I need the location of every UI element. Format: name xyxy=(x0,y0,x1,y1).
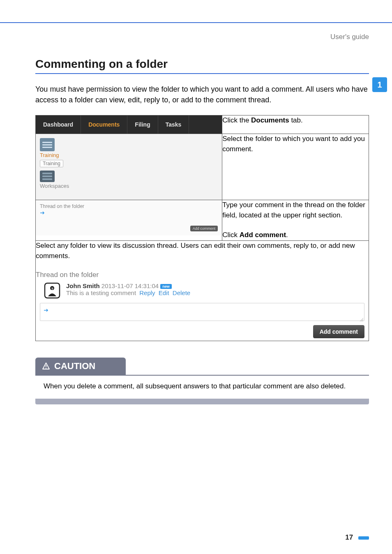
page-header-label: User's guide xyxy=(0,23,392,41)
folder-tree-screenshot: Training Training Workspaces xyxy=(36,134,222,200)
svg-point-7 xyxy=(46,368,46,369)
caution-box: CAUTION When you delete a comment, all s… xyxy=(35,358,369,404)
page-number: 17 xyxy=(345,533,369,542)
reply-arrow-icon xyxy=(44,307,49,311)
workspaces-label[interactable]: Workspaces xyxy=(40,183,218,189)
caution-body: When you delete a comment, all subsequen… xyxy=(35,375,369,399)
page-top-bar xyxy=(0,0,392,23)
section-intro: You must have permission to view the fol… xyxy=(35,84,369,105)
row2-instruction: Select the folder to which you want to a… xyxy=(222,135,365,153)
page-number-chip xyxy=(358,536,369,540)
comment-action-reply[interactable]: Reply xyxy=(139,289,155,296)
add-comment-button-small[interactable]: Add comment xyxy=(190,226,218,231)
comment-input[interactable] xyxy=(40,303,364,321)
row4-intro: Select any folder to view its discussion… xyxy=(36,241,369,261)
comment-timestamp: 2013-11-07 14:31:04 xyxy=(101,282,159,289)
tab-tasks[interactable]: Tasks xyxy=(158,115,189,134)
warning-icon xyxy=(42,362,50,370)
thread-panel-small: Thread on the folder Add comment xyxy=(36,200,222,235)
folder-chip-training[interactable]: Training xyxy=(40,160,63,167)
tab-filing[interactable]: Filing xyxy=(127,115,158,134)
section-title: Commenting on a folder xyxy=(35,58,369,74)
thread-label-small: Thread on the folder xyxy=(40,203,218,209)
chapter-number: 1 xyxy=(377,80,382,90)
folder-icon xyxy=(40,138,55,151)
chapter-indicator: 1 xyxy=(372,77,387,92)
tab-dashboard[interactable]: Dashboard xyxy=(36,115,81,134)
tab-documents[interactable]: Documents xyxy=(81,115,127,134)
comment-action-edit[interactable]: Edit xyxy=(159,289,169,296)
reply-arrow-icon xyxy=(40,209,46,213)
resize-handle-icon[interactable] xyxy=(359,316,363,320)
row1-instruction: Click the Documents tab. xyxy=(222,116,303,124)
workspaces-icon xyxy=(40,171,55,182)
comment-item: ? John Smith 2013-11-07 14:31:04 new Thi… xyxy=(36,282,369,299)
caution-header: CAUTION xyxy=(35,358,126,375)
caution-title: CAUTION xyxy=(54,361,95,372)
comment-author: John Smith xyxy=(66,282,100,289)
new-badge: new xyxy=(160,284,172,289)
avatar-icon: ? xyxy=(44,282,60,299)
svg-text:?: ? xyxy=(51,287,53,291)
caution-footer-bar xyxy=(35,399,369,404)
folder-label-training[interactable]: Training xyxy=(40,152,218,158)
add-comment-button[interactable]: Add comment xyxy=(313,325,364,338)
comment-body: This is a testing comment xyxy=(66,289,136,296)
thread-label-big: Thread on the folder xyxy=(36,271,369,279)
row3-instruction-1: Type your comment in the thread on the f… xyxy=(222,200,369,220)
svg-line-5 xyxy=(362,321,363,321)
instruction-table: Dashboard Documents Filing Tasks Click t… xyxy=(35,115,369,341)
app-tab-bar: Dashboard Documents Filing Tasks xyxy=(36,115,222,134)
comment-action-delete[interactable]: Delete xyxy=(173,289,190,296)
row3-instruction-2: Click Add comment. xyxy=(222,230,369,240)
